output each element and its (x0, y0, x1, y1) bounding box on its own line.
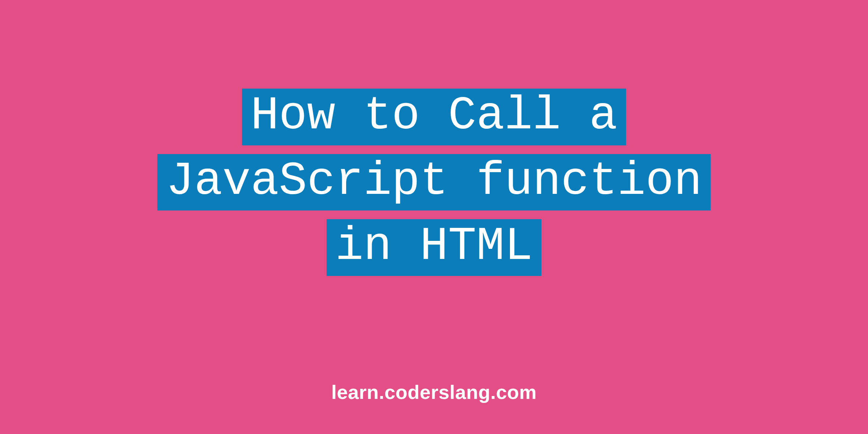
title-container: How to Call a JavaScript function in HTM… (0, 89, 868, 276)
title-line-2: JavaScript function (157, 154, 711, 211)
footer-url: learn.coderslang.com (0, 381, 868, 403)
title-line-3: in HTML (327, 219, 541, 276)
title-line-1: How to Call a (242, 89, 626, 145)
